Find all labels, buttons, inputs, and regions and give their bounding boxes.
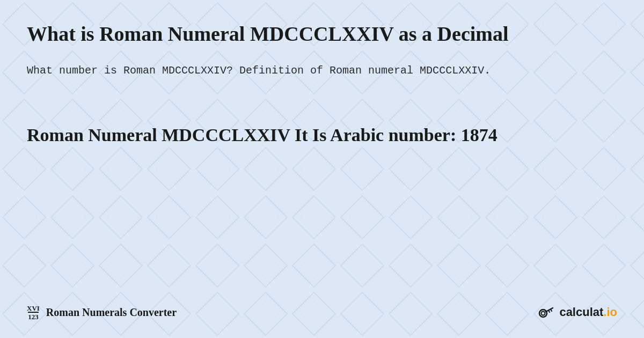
result-section: Roman Numeral MDCCCLXXIV It Is Arabic nu…: [27, 123, 617, 292]
divider: [27, 101, 617, 101]
page-title: What is Roman Numeral MDCCCLXXIV as a De…: [27, 21, 617, 47]
calculat-suffix: .io: [603, 305, 617, 319]
brand-label: Roman Numerals Converter: [46, 306, 177, 319]
calculat-logo[interactable]: calculat.io: [537, 303, 617, 322]
footer-left: XVI 123 Roman Numerals Converter: [27, 305, 177, 320]
icon-bottom-text: 123: [28, 312, 39, 320]
description-text: What number is Roman MDCCCLXXIV? Definit…: [27, 62, 617, 79]
calculat-icon: [537, 303, 556, 322]
result-title: Roman Numeral MDCCCLXXIV It Is Arabic nu…: [27, 123, 617, 148]
icon-top-text: XVI: [27, 305, 40, 312]
content-wrapper: What is Roman Numeral MDCCCLXXIV as a De…: [0, 0, 644, 338]
footer: XVI 123 Roman Numerals Converter calcula…: [27, 292, 617, 322]
svg-point-6: [539, 310, 547, 317]
svg-point-7: [541, 312, 545, 315]
roman-numeral-icon: XVI 123: [27, 305, 40, 320]
calculat-main: calculat: [559, 305, 603, 319]
calculat-text: calculat.io: [559, 305, 617, 319]
